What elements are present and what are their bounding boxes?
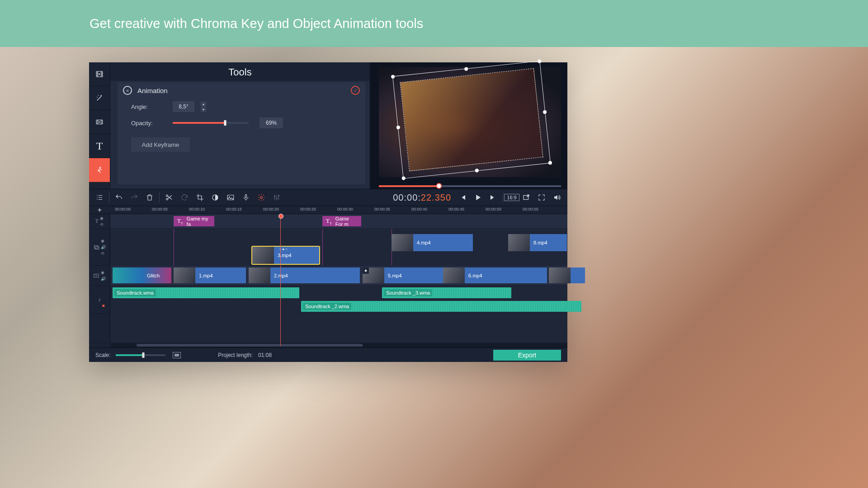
overlay-clip[interactable]: 3.mp4○●○ (252, 247, 319, 264)
audio-clip[interactable]: Soundtrack.wma (113, 287, 299, 298)
svg-point-12 (278, 195, 279, 196)
equalizer-icon (273, 193, 281, 202)
overlay-wizard-button[interactable] (224, 191, 237, 204)
video-clip[interactable]: 2.mp4 (249, 267, 360, 283)
resize-handle[interactable] (464, 67, 468, 71)
contrast-icon (211, 193, 219, 202)
angle-input[interactable]: 8,5° (173, 101, 194, 112)
resize-handle[interactable] (396, 126, 400, 130)
opacity-value: 69% (259, 117, 283, 128)
timeline-mode-button[interactable] (93, 191, 106, 204)
equalizer-button[interactable] (270, 191, 283, 204)
resize-handle[interactable] (401, 176, 406, 180)
clip-thumbnail (443, 267, 465, 283)
prev-frame-button[interactable] (456, 191, 469, 204)
track-head-audio[interactable]: ♪ ✖ (89, 286, 110, 314)
playhead[interactable] (280, 214, 281, 346)
title-clip[interactable]: TTGame For m (322, 216, 361, 226)
titles-button[interactable]: T (89, 134, 110, 158)
preview-canvas[interactable] (379, 67, 561, 177)
aspect-ratio-button[interactable]: 16:9 (506, 191, 518, 204)
timeline-ruler[interactable]: + 00:00:0000:00:0500:00:1000:00:1500:00:… (89, 206, 567, 214)
video-clip[interactable]: 1.mp4 (174, 267, 246, 283)
seek-thumb[interactable] (436, 183, 442, 189)
video-clip[interactable] (549, 267, 585, 283)
effect-clip[interactable]: Glitch (113, 267, 171, 283)
link-icon: ⟲ (101, 251, 106, 256)
audio-clip[interactable]: Soundtrack _3.wma (382, 287, 511, 298)
music-note-icon: ♪ (98, 296, 101, 303)
skip-forward-icon (489, 193, 497, 202)
undo-button[interactable] (112, 191, 126, 204)
audio-track[interactable]: Soundtrack.wmaSoundtrack _3.wmaSoundtrac… (110, 286, 567, 314)
split-button[interactable] (162, 191, 176, 204)
ruler-tick: 00:00:10 (189, 207, 205, 211)
resize-handle[interactable] (391, 75, 395, 79)
popout-icon (522, 193, 530, 202)
resize-handle[interactable] (538, 59, 542, 63)
clip-thumbnail (249, 267, 270, 283)
video-track[interactable]: Glitch1.mp42.mp4★5.mp46.mp4 (110, 266, 567, 286)
list-icon (95, 193, 104, 202)
media-library-button[interactable] (89, 62, 110, 86)
track-head-titles[interactable]: T ◉⟲ (89, 214, 110, 229)
svg-rect-14 (94, 245, 98, 248)
ruler-tick: 00:00:20 (263, 207, 279, 211)
timeline-horizontal-scrollbar[interactable] (89, 343, 567, 347)
track-head-video[interactable]: ◉🔊 (89, 266, 110, 286)
audio-clip[interactable]: Soundtrack _2.wma (301, 301, 581, 312)
video-clip[interactable]: 6.mp4 (443, 267, 547, 283)
play-button[interactable] (471, 191, 485, 204)
tools-panel-title: Tools (110, 62, 370, 81)
opacity-slider[interactable] (173, 122, 249, 124)
clip-thumbnail (549, 267, 571, 283)
export-button[interactable]: Export (493, 350, 561, 361)
record-audio-button[interactable] (239, 191, 253, 204)
transform-bounding-box[interactable] (392, 61, 551, 178)
clip-label: 2.mp4 (274, 273, 288, 278)
tools-apply-button[interactable]: ✓ (351, 86, 360, 95)
unlink-audio-icon[interactable]: ✖ (102, 304, 105, 308)
tools-section-label: Animation (137, 87, 168, 94)
volume-button[interactable] (550, 191, 564, 204)
title-track[interactable]: TTGame my faTTGame For m (110, 214, 567, 229)
eye-icon: ◉ (101, 270, 106, 275)
animation-button[interactable] (89, 158, 110, 182)
svg-point-9 (260, 197, 263, 199)
resize-handle[interactable] (548, 161, 552, 165)
fullscreen-button[interactable] (535, 191, 548, 204)
preview-seek-bar[interactable] (379, 185, 561, 187)
popout-preview-button[interactable] (519, 191, 533, 204)
overlay-clip[interactable]: 4.mp4 (392, 234, 473, 251)
add-keyframe-button[interactable]: Add Keyframe (131, 137, 190, 152)
playback-timecode: 00:00:22.350 (393, 192, 451, 203)
tools-back-button[interactable]: « (123, 86, 132, 95)
editor-toolbar: 00:00:22.350 16:9 (89, 189, 567, 206)
ruler-tick: 00:00:25 (300, 207, 316, 211)
timeline-zoom-slider[interactable] (116, 354, 165, 356)
resize-handle[interactable] (475, 169, 479, 173)
next-frame-button[interactable] (486, 191, 500, 204)
title-clip[interactable]: TTGame my fa (174, 216, 214, 226)
scrollbar-thumb[interactable] (137, 344, 363, 347)
overlay-clip[interactable]: 8.mp4 (508, 234, 567, 251)
redo-button[interactable] (127, 191, 141, 204)
delete-button[interactable] (143, 191, 156, 204)
angle-stepper[interactable]: ▲ ▼ (201, 102, 206, 112)
rotate-button[interactable] (178, 191, 191, 204)
text-icon: TT (326, 217, 332, 225)
transitions-button[interactable] (89, 110, 110, 134)
overlay-track[interactable]: 3.mp4○●○4.mp48.mp4 (110, 229, 567, 266)
aspect-ratio-label: 16:9 (504, 194, 519, 201)
color-adjust-button[interactable] (208, 191, 222, 204)
ruler-tick: 00:00:15 (226, 207, 242, 211)
clip-properties-button[interactable] (255, 191, 268, 204)
add-track-button[interactable]: + (89, 206, 110, 214)
fit-to-window-button[interactable] (173, 352, 181, 358)
resize-handle[interactable] (543, 110, 547, 114)
clip-thumbnail (174, 267, 195, 283)
filters-button[interactable] (89, 86, 110, 110)
gear-icon (257, 193, 265, 202)
crop-button[interactable] (193, 191, 207, 204)
track-head-overlay[interactable]: ◉🔊⟲ (89, 229, 110, 266)
